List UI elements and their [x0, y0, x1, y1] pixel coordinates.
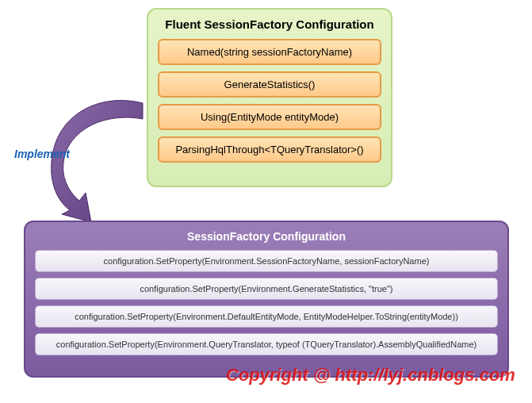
method-parsing-hql: ParsingHqlThrough<TQueryTranslator>()	[158, 136, 381, 163]
session-config-box: SessionFactory Configuration configurati…	[24, 221, 509, 378]
method-named: Named(string sessionFactoryName)	[158, 39, 381, 65]
method-generate-statistics: GenerateStatistics()	[158, 71, 381, 98]
config-query-translator: configuration.SetProperty(Environment.Qu…	[35, 333, 498, 355]
config-default-entity-mode: configuration.SetProperty(Environment.De…	[35, 305, 498, 328]
config-generate-statistics: configuration.SetProperty(Environment.Ge…	[35, 278, 498, 300]
fluent-config-title: Fluent SessionFactory Configuration	[158, 17, 381, 31]
watermark-text: Copyright @ http://lyj.cnblogs.com	[226, 365, 515, 386]
session-config-title: SessionFactory Configuration	[35, 230, 498, 243]
config-session-factory-name: configuration.SetProperty(Environment.Se…	[35, 250, 498, 272]
implement-label: Implement	[14, 148, 70, 160]
method-using: Using(EntityMode entityMode)	[158, 104, 381, 130]
implement-arrow	[32, 95, 151, 226]
fluent-config-box: Fluent SessionFactory Configuration Name…	[147, 8, 392, 187]
